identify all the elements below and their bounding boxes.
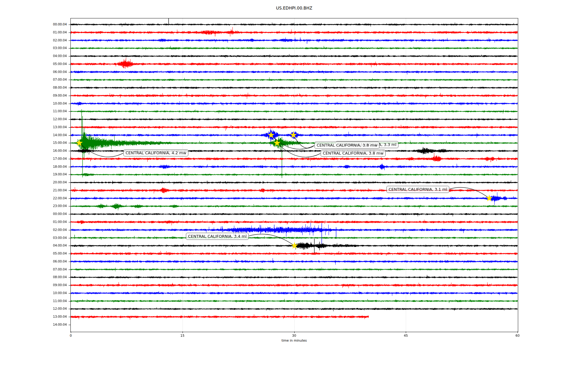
x-axis-tick-label: 0	[62, 334, 80, 337]
y-axis-tick	[69, 277, 70, 278]
y-axis-tick	[69, 309, 70, 309]
y-axis-label: 17:00:04	[39, 157, 67, 161]
y-axis-tick	[69, 33, 70, 33]
y-axis-label: 03:00:04	[39, 236, 67, 240]
y-axis-tick	[69, 48, 70, 48]
y-axis-label: 10:00:04	[39, 291, 67, 295]
y-axis-tick	[69, 293, 70, 293]
y-axis-tick	[69, 135, 70, 136]
event-annotation: CENTRAL CALIFORNIA, 4.2 mw	[123, 149, 188, 156]
y-axis-label: 21:00:04	[39, 189, 67, 192]
x-axis-tick	[294, 332, 295, 333]
y-axis-tick	[69, 214, 70, 214]
y-axis-tick	[69, 222, 70, 222]
y-axis-tick	[69, 262, 70, 262]
y-axis-tick	[69, 88, 70, 88]
y-axis-tick	[69, 325, 70, 325]
x-axis-tick	[183, 332, 183, 333]
y-axis-label: 13:00:04	[39, 315, 67, 319]
y-axis-tick	[69, 40, 70, 41]
y-axis-tick	[69, 270, 70, 270]
y-axis-label: 10:00:04	[39, 102, 67, 105]
y-axis-label: 00:00:04	[39, 212, 67, 216]
event-annotation: CENTRAL CALIFORNIA, 3.8 mw	[315, 142, 379, 149]
y-axis-label: 15:00:04	[39, 141, 67, 145]
y-axis-label: 00:00:04	[39, 23, 67, 26]
y-axis-label: 04:00:04	[39, 244, 67, 247]
y-axis-label: 20:00:04	[39, 181, 67, 184]
y-axis-label: 14:00:04	[39, 323, 67, 327]
event-annotation: CENTRAL CALIFORNIA, 3.1 ml	[386, 186, 449, 193]
x-axis-tick-label: 15	[173, 334, 192, 337]
y-axis-label: 08:00:04	[39, 86, 67, 90]
y-axis-tick	[69, 25, 70, 25]
y-axis-label: 03:00:04	[39, 46, 67, 50]
y-axis-label: 05:00:04	[39, 62, 67, 66]
y-axis-tick	[69, 230, 70, 230]
x-axis-tick-label: 60	[508, 334, 527, 337]
y-axis-label: 08:00:04	[39, 275, 67, 279]
y-axis-tick	[69, 111, 70, 112]
y-axis-label: 16:00:04	[39, 149, 67, 153]
y-axis-tick	[69, 238, 70, 238]
x-axis-tick-label: 45	[397, 334, 415, 337]
y-axis-label: 05:00:04	[39, 252, 67, 255]
y-axis-tick	[69, 254, 70, 254]
y-axis-tick	[69, 182, 70, 183]
y-axis-tick	[69, 301, 70, 301]
y-axis-tick	[69, 119, 70, 120]
y-axis-label: 11:00:04	[39, 109, 67, 113]
event-annotation: CENTRAL CALIFORNIA, 3.4 ml	[186, 233, 249, 240]
y-axis-label: 04:00:04	[39, 54, 67, 58]
x-axis-tick	[71, 332, 71, 333]
y-axis-tick	[69, 80, 70, 80]
y-axis-label: 09:00:04	[39, 283, 67, 287]
y-axis-label: 11:00:04	[39, 299, 67, 303]
y-axis-tick	[69, 104, 70, 104]
y-axis-tick	[69, 72, 70, 72]
y-axis-label: 07:00:04	[39, 268, 67, 271]
y-axis-label: 13:00:04	[39, 125, 67, 129]
y-axis-label: 01:00:04	[39, 31, 67, 34]
y-axis-tick	[69, 167, 70, 167]
y-axis-tick	[69, 198, 70, 199]
y-axis-label: 12:00:04	[39, 117, 67, 121]
y-axis-tick	[69, 56, 70, 56]
y-axis-tick	[69, 206, 70, 206]
x-axis-title: time in minutes	[71, 339, 518, 342]
y-axis-label: 09:00:04	[39, 94, 67, 98]
y-axis-label: 02:00:04	[39, 39, 67, 42]
y-axis-tick	[69, 174, 70, 175]
x-axis-tick	[406, 332, 406, 333]
seismogram-figure: US.EDHPI.00.BHZ 00:00:0401:00:0402:00:04…	[0, 0, 588, 368]
x-axis-tick	[518, 332, 518, 333]
y-axis-label: 23:00:04	[39, 204, 67, 208]
y-axis-label: 06:00:04	[39, 260, 67, 263]
x-axis-tick-label: 30	[285, 334, 303, 337]
y-axis-tick	[69, 64, 70, 64]
waveform-canvas	[71, 18, 518, 332]
y-axis-label: 18:00:04	[39, 165, 67, 169]
y-axis-tick	[69, 127, 70, 128]
y-axis-label: 19:00:04	[39, 173, 67, 176]
y-axis-label: 01:00:04	[39, 220, 67, 224]
y-axis-label: 07:00:04	[39, 78, 67, 82]
chart-title: US.EDHPI.00.BHZ	[71, 6, 518, 10]
y-axis-tick	[69, 143, 70, 143]
y-axis-label: 06:00:04	[39, 70, 67, 74]
y-axis-label: 22:00:04	[39, 197, 67, 200]
y-axis-tick	[69, 317, 70, 317]
y-axis-tick	[69, 96, 70, 96]
y-axis-tick	[69, 246, 70, 246]
y-axis-tick	[69, 151, 70, 151]
y-axis-tick	[69, 190, 70, 191]
y-axis-tick	[69, 285, 70, 286]
event-annotation: CENTRAL CALIFORNIA, 3.8 mw	[321, 150, 386, 157]
y-axis-label: 12:00:04	[39, 307, 67, 311]
y-axis-label: 02:00:04	[39, 228, 67, 232]
y-axis-tick	[69, 159, 70, 159]
y-axis-label: 14:00:04	[39, 133, 67, 137]
